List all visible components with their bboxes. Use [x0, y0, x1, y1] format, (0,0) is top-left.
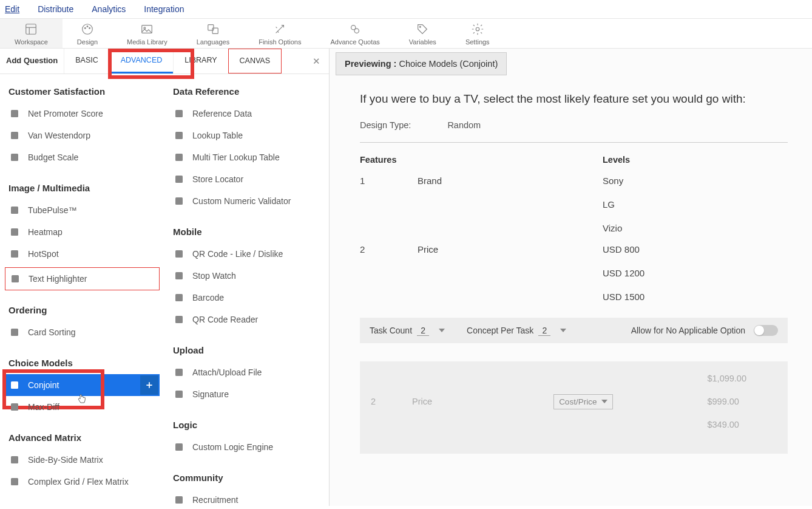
svg-point-4 [84, 27, 86, 29]
tab-library[interactable]: LIBRARY [173, 49, 228, 73]
question-type-card-sorting[interactable]: Card Sorting [5, 321, 160, 343]
item-label: Van Westendorp [28, 131, 90, 140]
question-type-recruitment[interactable]: Recruitment [169, 489, 324, 506]
levels-list: SonyLGVizio [603, 176, 623, 233]
item-label: Signature [192, 389, 229, 399]
add-question-button[interactable]: Add Question [0, 49, 64, 73]
item-icon [8, 129, 21, 142]
question-type-heatmap[interactable]: Heatmap [5, 221, 160, 243]
item-label: Custom Numeric Validator [192, 196, 291, 206]
toolbar-languages[interactable]: Languages [182, 19, 244, 48]
question-type-tubepulse-[interactable]: TubePulse™ [5, 199, 160, 221]
question-type-lookup-table[interactable]: Lookup Table [169, 125, 324, 146]
question-type-conjoint[interactable]: Conjoint [5, 374, 160, 396]
question-tabbar: Add Question BASIC ADVANCED LIBRARY CANV… [0, 49, 329, 74]
question-type-budget-scale[interactable]: Budget Scale [5, 146, 160, 168]
question-type-hotspot[interactable]: HotSpot [5, 243, 160, 265]
concept-per-task-control[interactable]: Concept Per Task 2 [467, 326, 566, 336]
svg-point-5 [87, 26, 88, 27]
question-type-attach-upload-file[interactable]: Attach/Upload File [169, 361, 324, 383]
question-type-qr-code-like-dislike[interactable]: QR Code - Like / Dislike [169, 243, 324, 265]
svg-rect-19 [11, 228, 18, 236]
workspace-icon [24, 22, 38, 36]
svg-point-12 [354, 29, 359, 33]
chevron-down-icon [439, 329, 445, 332]
close-icon[interactable]: ✕ [304, 49, 329, 73]
gear-icon [471, 22, 484, 36]
toolbar-variables[interactable]: Variables [394, 19, 451, 48]
svg-rect-22 [11, 329, 18, 336]
question-type-store-locator[interactable]: Store Locator [169, 168, 324, 190]
tab-advanced[interactable]: ADVANCED [109, 49, 174, 73]
toolbar-advance-quotas[interactable]: Advance Quotas [316, 19, 394, 48]
nav-analytics[interactable]: Analytics [92, 3, 126, 15]
item-icon [173, 195, 185, 207]
nav-distribute[interactable]: Distribute [38, 3, 73, 15]
item-icon [9, 273, 21, 285]
question-type-custom-numeric-validator[interactable]: Custom Numeric Validator [169, 190, 324, 212]
allow-na-label: Allow for No Applicable Option [631, 326, 745, 335]
item-icon [173, 270, 185, 282]
question-type-multi-tier-lookup-table[interactable]: Multi Tier Lookup Table [169, 146, 324, 168]
tab-canvas[interactable]: CANVAS [228, 49, 282, 73]
section-title: Customer Satisfaction [5, 83, 160, 103]
chevron-down-icon [560, 329, 566, 332]
svg-rect-38 [175, 443, 183, 451]
tab-basic[interactable]: BASIC [64, 49, 109, 73]
question-type-net-promoter-score[interactable]: Net Promoter Score [5, 103, 160, 125]
toolbar-workspace[interactable]: Workspace [0, 19, 63, 48]
item-label: QR Code - Like / Dislike [192, 249, 283, 259]
feature-row: 2PriceUSD 800USD 1200USD 1500 [360, 233, 788, 302]
item-icon [173, 248, 185, 260]
price-value: $349.00 [707, 420, 746, 429]
add-question-plus-button[interactable] [140, 375, 158, 395]
preview-title: Choice Models (Conjoint) [399, 59, 498, 69]
nav-edit[interactable]: Edit [5, 3, 19, 15]
toolbar-label: Media Library [127, 38, 167, 46]
feature-name: Brand [418, 176, 603, 233]
toolbar-finish-options[interactable]: Finish Options [244, 19, 316, 48]
question-type-stop-watch[interactable]: Stop Watch [169, 265, 324, 287]
question-type-side-by-side-matrix[interactable]: Side-By-Side Matrix [5, 449, 160, 471]
item-icon [173, 292, 185, 304]
nav-integration[interactable]: Integration [144, 3, 184, 15]
item-icon [8, 379, 21, 391]
question-type-van-westendorp[interactable]: Van Westendorp [5, 125, 160, 146]
price-value: $1,099.00 [707, 374, 746, 383]
item-label: QR Code Reader [192, 315, 258, 324]
svg-point-6 [89, 27, 90, 29]
question-type-max-diff[interactable]: Max-Diff [5, 396, 160, 418]
lower-idx: 2 [371, 397, 376, 406]
toolbar-label: Finish Options [259, 38, 301, 46]
item-icon [173, 108, 185, 120]
question-type-custom-logic-engine[interactable]: Custom Logic Engine [169, 436, 324, 458]
question-type-reference-data[interactable]: Reference Data [169, 103, 324, 125]
toolbar-settings[interactable]: Settings [451, 19, 504, 48]
item-label: Max-Diff [28, 402, 59, 412]
question-type-signature[interactable]: Signature [169, 383, 324, 405]
svg-rect-26 [11, 478, 18, 485]
item-icon [8, 108, 21, 120]
item-icon [173, 441, 185, 453]
section-title: Upload [169, 341, 324, 361]
svg-rect-29 [175, 154, 183, 161]
toolbar-label: Variables [409, 38, 436, 46]
task-count-control[interactable]: Task Count 2 [370, 326, 445, 336]
question-type-barcode[interactable]: Barcode [169, 287, 324, 309]
item-icon [173, 388, 185, 400]
levels-list: USD 800USD 1200USD 1500 [603, 244, 645, 302]
section-title: Data Reference [169, 83, 324, 103]
item-label: Store Locator [192, 174, 243, 184]
item-label: Barcode [192, 293, 224, 302]
question-type-text-highlighter[interactable]: Text Highlighter [5, 267, 160, 290]
question-type-complex-grid-flex-matrix[interactable]: Complex Grid / Flex Matrix [5, 471, 160, 493]
toolbar-media-library[interactable]: Media Library [112, 19, 182, 48]
item-label: Reference Data [192, 109, 252, 118]
lower-select[interactable]: Cost/Price [553, 394, 613, 409]
allow-na-toggle[interactable] [754, 325, 778, 336]
toolbar-design[interactable]: Design [63, 19, 112, 48]
item-label: Conjoint [28, 380, 59, 390]
question-type-qr-code-reader[interactable]: QR Code Reader [169, 309, 324, 330]
svg-rect-28 [175, 132, 183, 139]
item-icon [8, 326, 21, 338]
